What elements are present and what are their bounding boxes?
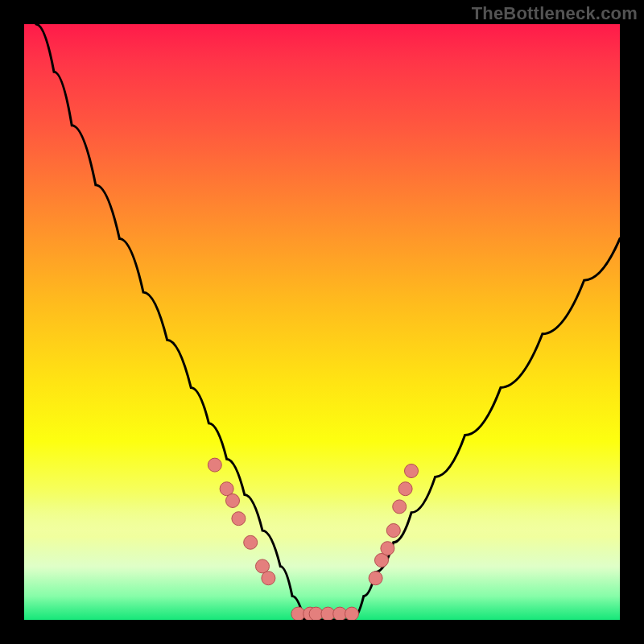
data-dot <box>369 572 382 585</box>
chart-frame: TheBottleneck.com <box>0 0 644 644</box>
data-dot <box>232 512 246 526</box>
data-dot <box>244 535 258 549</box>
data-dot <box>405 464 419 478</box>
data-dot <box>226 494 240 508</box>
data-dot <box>208 458 221 472</box>
data-dot <box>386 524 400 538</box>
plot-area <box>24 24 620 620</box>
data-dots <box>208 458 418 620</box>
data-dot <box>345 607 359 620</box>
curve-left-branch <box>36 24 304 620</box>
curve-layer <box>24 24 620 620</box>
watermark-text: TheBottleneck.com <box>472 3 638 24</box>
data-dot <box>262 572 275 585</box>
curve-right-branch <box>352 238 620 620</box>
data-dot <box>381 542 394 555</box>
v-curve <box>36 24 620 620</box>
data-dot <box>398 482 412 496</box>
data-dot <box>393 500 407 514</box>
